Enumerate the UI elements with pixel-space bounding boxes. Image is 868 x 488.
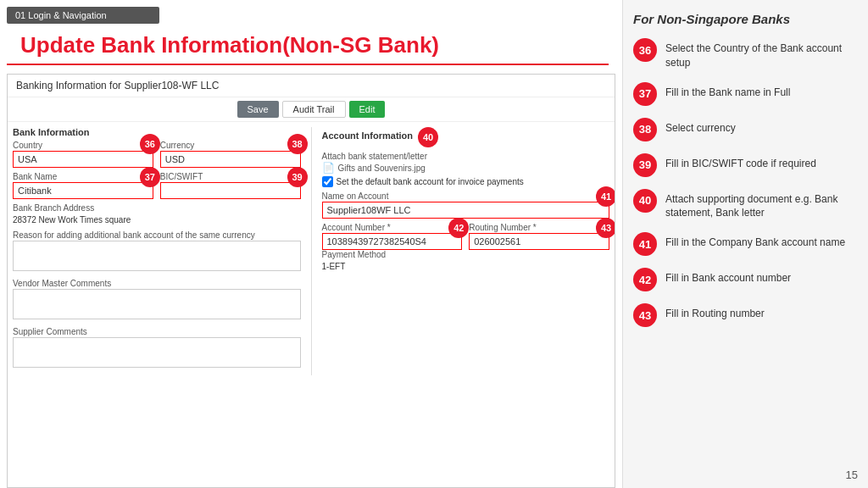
sidebar-badge-39: 39	[633, 153, 657, 177]
sidebar-items: 36 Select the Country of the Bank accoun…	[633, 38, 858, 327]
sidebar-item-40: 40 Attach supporting document e.g. Bank …	[633, 189, 858, 221]
sidebar-text-38: Select currency	[665, 118, 736, 136]
currency-field-group: Currency	[160, 141, 301, 168]
default-checkbox[interactable]	[322, 176, 333, 187]
sidebar-badge-37: 37	[633, 82, 657, 106]
account-number-label: Account Number *	[322, 223, 463, 232]
country-field-group: Country	[13, 141, 153, 168]
payment-method-group: Payment Method 1-EFT	[322, 250, 610, 273]
sidebar-badge-38: 38	[633, 118, 657, 141]
attach-label: Attach bank statement/letter	[322, 152, 610, 161]
payment-method-value: 1-EFT	[322, 260, 610, 273]
reason-textarea[interactable]	[13, 241, 301, 271]
bic-label: BIC/SWIFT	[160, 172, 301, 181]
bic-input[interactable]	[160, 182, 301, 199]
branch-address-group: Bank Branch Address 28372 New Work Times…	[13, 203, 301, 226]
edit-button[interactable]: Edit	[349, 101, 386, 118]
panel-title: Banking Information for Supplier108-WF L…	[8, 75, 615, 97]
country-label: Country	[13, 141, 153, 150]
form-toolbar: Save Audit Trail Edit	[8, 97, 615, 122]
reason-label: Reason for adding additional bank accoun…	[13, 230, 301, 240]
sidebar-text-40: Attach supporting document e.g. Bank sta…	[665, 189, 858, 221]
vendor-comments-label: Vendor Master Comments	[13, 279, 301, 288]
sidebar-item-37: 37 Fill in the Bank name in Full	[633, 82, 858, 106]
sidebar-badge-40: 40	[633, 189, 657, 213]
branch-label: Bank Branch Address	[13, 203, 301, 213]
bank-name-field-group: 37 Bank Name	[13, 172, 153, 199]
supplier-comments-group: Supplier Comments	[13, 327, 301, 371]
reason-field-group: Reason for adding additional bank accoun…	[13, 230, 301, 274]
file-name: Gifts and Souvenirs.jpg	[338, 164, 426, 173]
bank-info-title: Bank Information	[13, 127, 301, 137]
account-routing-row: 42 Account Number * 43 Routing Number *	[322, 223, 610, 250]
sidebar-item-43: 43 Fill in Routing number	[633, 303, 858, 327]
routing-number-input[interactable]	[469, 233, 609, 250]
payment-method-label: Payment Method	[322, 250, 610, 259]
save-button[interactable]: Save	[237, 101, 279, 118]
banking-form-panel: Banking Information for Supplier108-WF L…	[7, 74, 615, 488]
routing-number-label: Routing Number *	[469, 223, 609, 232]
breadcrumb: 01 Login & Navigation	[7, 7, 159, 24]
sidebar-text-43: Fill in Routing number	[665, 303, 765, 321]
sidebar-item-42: 42 Fill in Bank account number	[633, 268, 858, 291]
sidebar-title: For Non-Singapore Banks	[633, 12, 858, 26]
sidebar-text-41: Fill in the Company Bank account name	[665, 232, 845, 250]
sidebar-text-39: Fill in BIC/SWIFT code if required	[665, 153, 816, 171]
name-account-group: 41 Name on Account	[322, 191, 610, 219]
file-icon: 📄	[322, 162, 335, 174]
sidebar-badge-36: 36	[633, 38, 657, 62]
form-body: Bank Information 36 Country 37 Bank Name	[8, 122, 615, 380]
routing-number-group: 43 Routing Number *	[469, 223, 609, 250]
account-number-group: 42 Account Number *	[322, 223, 463, 250]
attached-file: 📄 Gifts and Souvenirs.jpg	[322, 162, 610, 174]
page-number: 15	[846, 469, 858, 481]
supplier-comments-textarea[interactable]	[13, 337, 301, 368]
sidebar-text-42: Fill in Bank account number	[665, 268, 791, 286]
branch-address-value: 28372 New Work Times square	[13, 214, 301, 226]
account-info-section: Account Information 40 Attach bank state…	[322, 127, 610, 375]
default-checkbox-row: Set the default bank account for invoice…	[322, 176, 610, 187]
sidebar-item-39: 39 Fill in BIC/SWIFT code if required	[633, 153, 858, 177]
account-info-title: Account Information	[322, 130, 414, 141]
sidebar-text-36: Select the Country of the Bank account s…	[665, 38, 858, 70]
sidebar-item-36: 36 Select the Country of the Bank accoun…	[633, 38, 858, 70]
default-checkbox-label: Set the default bank account for invoice…	[337, 177, 524, 186]
name-account-label: Name on Account	[322, 191, 610, 201]
country-input[interactable]	[13, 151, 153, 168]
audit-trail-button[interactable]: Audit Trail	[282, 101, 346, 118]
sidebar-item-38: 38 Select currency	[633, 118, 858, 141]
supplier-comments-label: Supplier Comments	[13, 327, 301, 336]
bank-name-label: Bank Name	[13, 172, 153, 181]
sidebar-item-41: 41 Fill in the Company Bank account name	[633, 232, 858, 256]
sidebar: For Non-Singapore Banks 36 Select the Co…	[622, 0, 868, 488]
bank-name-input[interactable]	[13, 182, 153, 199]
currency-label: Currency	[160, 141, 301, 150]
page-title: Update Bank Information(Non-SG Bank)	[7, 24, 609, 65]
bank-info-section: Bank Information 36 Country 37 Bank Name	[13, 127, 301, 375]
currency-input[interactable]	[160, 151, 301, 168]
attach-field-group: Attach bank statement/letter 📄 Gifts and…	[322, 152, 610, 187]
vendor-comments-group: Vendor Master Comments	[13, 279, 301, 323]
sidebar-text-37: Fill in the Bank name in Full	[665, 82, 790, 100]
vertical-divider	[311, 127, 312, 375]
badge-40: 40	[418, 127, 438, 147]
sidebar-badge-42: 42	[633, 268, 657, 291]
vendor-comments-textarea[interactable]	[13, 289, 301, 319]
sidebar-badge-41: 41	[633, 232, 657, 256]
bic-field-group: 39 BIC/SWIFT	[160, 172, 301, 199]
account-number-input[interactable]	[322, 233, 463, 250]
sidebar-badge-43: 43	[633, 303, 657, 327]
name-account-input[interactable]	[322, 202, 610, 219]
